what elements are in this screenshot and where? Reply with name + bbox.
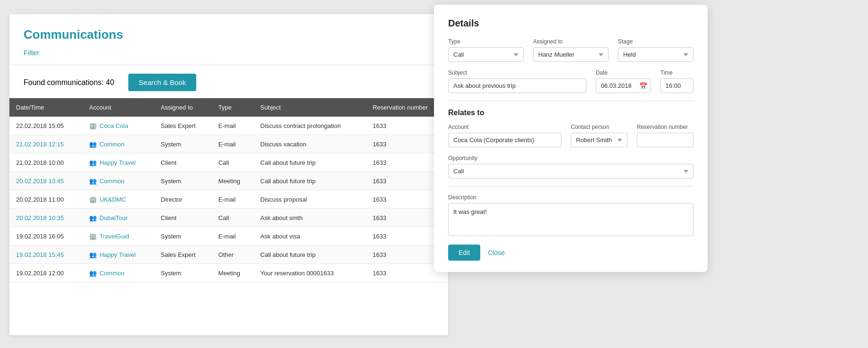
filter-link[interactable]: Filter: [24, 49, 39, 57]
cell-datetime[interactable]: 19.02.2018 15:45: [9, 246, 83, 264]
people-icon: 👥: [89, 140, 97, 148]
cell-account: 👥Happy Travel: [83, 246, 154, 264]
cell-account: 👥Common: [83, 135, 154, 153]
assigned-to-group: Assigned to Hanz Mueller Sales Expert Sy…: [533, 38, 609, 62]
time-group: Time: [660, 69, 693, 93]
cell-datetime[interactable]: 20.02.2018 13:45: [9, 172, 83, 190]
cell-type: Call: [212, 209, 254, 227]
cell-account: 🏢Coca Cola: [83, 117, 154, 135]
cell-datetime: 22.02.2018 15:05: [9, 117, 83, 135]
cell-subject: Discuss vacation: [254, 135, 366, 153]
table-row: 20.02.2018 10:35👥DubaiTourClientCallAsk …: [9, 209, 448, 227]
date-input-wrapper: 📅: [596, 78, 651, 93]
found-count-label: Found communications: 40: [24, 78, 114, 87]
cell-datetime: 20.02.2018 11:00: [9, 190, 83, 209]
opportunity-group: Opportunity Call E-mail Meeting: [448, 155, 693, 178]
cell-account: 👥Happy Travel: [83, 153, 154, 172]
stage-group: Stage Held Planned Active: [618, 38, 693, 62]
contact-label: Contact person: [571, 124, 627, 130]
opportunity-select[interactable]: Call E-mail Meeting: [448, 164, 693, 178]
cell-type: E-mail: [212, 227, 254, 246]
details-row-1: Type Call E-mail Meeting Other Assigned …: [448, 38, 693, 62]
cell-type: Call: [212, 153, 254, 172]
cell-datetime: 21.02.2018 10:00: [9, 153, 83, 172]
account-input[interactable]: [448, 133, 561, 147]
account-label: Account: [448, 124, 561, 130]
cell-assigned: Sales Expert: [154, 246, 212, 264]
stage-select[interactable]: Held Planned Active: [618, 47, 693, 62]
table-row: 21.02.2018 10:00👥Happy TravelClientCallC…: [9, 153, 448, 172]
cell-datetime: 19.02.2018 12:00: [9, 264, 83, 282]
account-group: Account: [448, 124, 561, 147]
type-group: Type Call E-mail Meeting Other: [448, 38, 524, 62]
divider-2: [448, 186, 693, 187]
reservation-label: Reservation number: [637, 124, 693, 130]
type-select[interactable]: Call E-mail Meeting Other: [448, 47, 524, 62]
cell-assigned: Client: [154, 153, 212, 172]
cell-account: 🏢TravelGuid: [83, 227, 154, 246]
edit-button[interactable]: Edit: [448, 245, 480, 261]
date-input[interactable]: [596, 78, 651, 93]
close-link[interactable]: Close: [488, 249, 505, 256]
search-book-button[interactable]: Search & Book: [128, 74, 196, 91]
contact-group: Contact person Robert Smith: [571, 124, 627, 147]
time-label: Time: [660, 69, 693, 76]
cell-datetime[interactable]: 20.02.2018 10:35: [9, 209, 83, 227]
assigned-to-label: Assigned to: [533, 38, 609, 45]
col-type: Type: [212, 98, 254, 117]
building-icon: 🏢: [89, 195, 97, 203]
cell-subject: Call about future trip: [254, 153, 366, 172]
cell-assigned: System: [154, 227, 212, 246]
details-row-3: Account Contact person Robert Smith Rese…: [448, 124, 693, 147]
col-subject: Subject: [254, 98, 366, 117]
table-row: 19.02.2018 12:00👥CommonSystemMeetingYour…: [9, 264, 448, 282]
details-title: Details: [448, 18, 693, 29]
people-icon: 👥: [89, 177, 97, 185]
cell-assigned: System: [154, 172, 212, 190]
page-title: Communications: [24, 27, 434, 42]
subject-input[interactable]: [448, 78, 586, 93]
cell-datetime: 19.02.2018 16:05: [9, 227, 83, 246]
cell-subject: Ask about smth: [254, 209, 366, 227]
time-input[interactable]: [660, 78, 693, 93]
cell-type: E-mail: [212, 117, 254, 135]
cell-subject: Ask about visa: [254, 227, 366, 246]
assigned-to-select[interactable]: Hanz Mueller Sales Expert System: [533, 47, 609, 62]
main-page: Communications Filter Found communicatio…: [9, 14, 448, 335]
cell-assigned: Sales Expert: [154, 117, 212, 135]
cell-assigned: Director: [154, 190, 212, 209]
cell-datetime[interactable]: 21.02.2018 12:15: [9, 135, 83, 153]
table-row: 21.02.2018 12:15👥CommonSystemE-mailDiscu…: [9, 135, 448, 153]
action-row: Edit Close: [448, 245, 693, 261]
cell-subject: Your reservation 00001633: [254, 264, 366, 282]
relates-to-title: Relates to: [448, 109, 693, 117]
filter-section: Found communications: 40 Search & Book: [9, 65, 448, 98]
cell-account: 👥Common: [83, 172, 154, 190]
cell-assigned: Client: [154, 209, 212, 227]
table-row: 22.02.2018 15:05🏢Coca ColaSales ExpertE-…: [9, 117, 448, 135]
col-assigned: Assigned to: [154, 98, 212, 117]
subject-group: Subject: [448, 69, 586, 93]
date-label: Date: [596, 69, 651, 76]
table-row: 19.02.2018 16:05🏢TravelGuidSystemE-mailA…: [9, 227, 448, 246]
contact-select[interactable]: Robert Smith: [571, 133, 627, 147]
type-label: Type: [448, 38, 524, 45]
communications-table: Date/Time Account Assigned to Type Subje…: [9, 98, 448, 282]
reservation-input[interactable]: [637, 133, 693, 147]
date-group: Date 📅: [596, 69, 651, 93]
details-panel: Details Type Call E-mail Meeting Other A…: [434, 5, 708, 272]
cell-subject: Call about future trip: [254, 246, 366, 264]
cell-type: E-mail: [212, 190, 254, 209]
opportunity-label: Opportunity: [448, 155, 693, 161]
cell-type: Meeting: [212, 264, 254, 282]
cell-type: Meeting: [212, 172, 254, 190]
description-textarea[interactable]: [448, 203, 693, 236]
page-header: Communications Filter: [9, 14, 448, 65]
table-row: 20.02.2018 13:45👥CommonSystemMeetingCall…: [9, 172, 448, 190]
divider-1: [448, 101, 693, 101]
building-icon: 🏢: [89, 232, 97, 240]
building-icon: 🏢: [89, 122, 97, 129]
description-label: Description: [448, 194, 693, 201]
cell-account: 🏢UK&DMC: [83, 190, 154, 209]
details-row-4: Opportunity Call E-mail Meeting: [448, 155, 693, 178]
